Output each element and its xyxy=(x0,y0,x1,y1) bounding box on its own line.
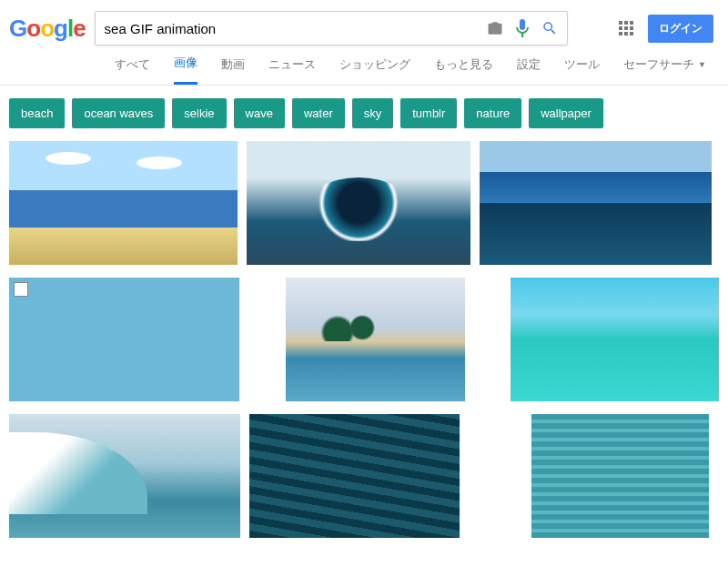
mic-icon[interactable] xyxy=(516,19,529,37)
search-box xyxy=(95,11,568,46)
image-result[interactable] xyxy=(286,278,466,401)
image-result[interactable] xyxy=(480,141,712,265)
image-result[interactable] xyxy=(531,414,709,538)
chip-selkie[interactable]: selkie xyxy=(172,98,226,128)
image-result[interactable] xyxy=(9,141,238,265)
nav-tabs: すべて 画像 動画 ニュース ショッピング もっと見る 設定 ツール セーフサー… xyxy=(0,46,728,86)
image-result[interactable] xyxy=(249,414,460,538)
chip-nature[interactable]: nature xyxy=(464,98,521,128)
login-button[interactable]: ログイン xyxy=(648,15,713,43)
image-grid xyxy=(0,141,728,551)
image-result[interactable] xyxy=(511,278,719,401)
search-input[interactable] xyxy=(105,21,487,36)
image-result[interactable] xyxy=(9,414,240,538)
tab-shopping[interactable]: ショッピング xyxy=(339,56,410,84)
chip-sky[interactable]: sky xyxy=(352,98,394,128)
tab-tools[interactable]: ツール xyxy=(564,56,600,84)
tab-videos[interactable]: 動画 xyxy=(221,56,245,84)
image-result[interactable] xyxy=(247,141,470,265)
chip-beach[interactable]: beach xyxy=(9,98,65,128)
google-logo[interactable]: Google xyxy=(9,15,86,43)
camera-icon[interactable] xyxy=(487,21,503,35)
chevron-down-icon: ▼ xyxy=(698,60,706,69)
tab-images[interactable]: 画像 xyxy=(174,55,197,85)
filter-chips: beach ocean waves selkie wave water sky … xyxy=(0,86,728,141)
tab-more[interactable]: もっと見る xyxy=(434,56,493,84)
tab-all[interactable]: すべて xyxy=(115,56,150,84)
chip-wave[interactable]: wave xyxy=(234,98,285,128)
image-result[interactable] xyxy=(9,278,239,401)
search-icon[interactable] xyxy=(541,20,558,36)
safesearch-menu[interactable]: セーフサーチ▼ xyxy=(623,56,706,84)
apps-icon[interactable] xyxy=(619,21,633,35)
chip-water[interactable]: water xyxy=(292,98,345,128)
tab-settings[interactable]: 設定 xyxy=(517,56,541,84)
chip-wallpaper[interactable]: wallpaper xyxy=(529,98,603,128)
tab-news[interactable]: ニュース xyxy=(268,56,316,84)
chip-tumblr[interactable]: tumblr xyxy=(400,98,457,128)
safesearch-label: セーフサーチ xyxy=(623,56,694,73)
chip-ocean-waves[interactable]: ocean waves xyxy=(72,98,165,128)
